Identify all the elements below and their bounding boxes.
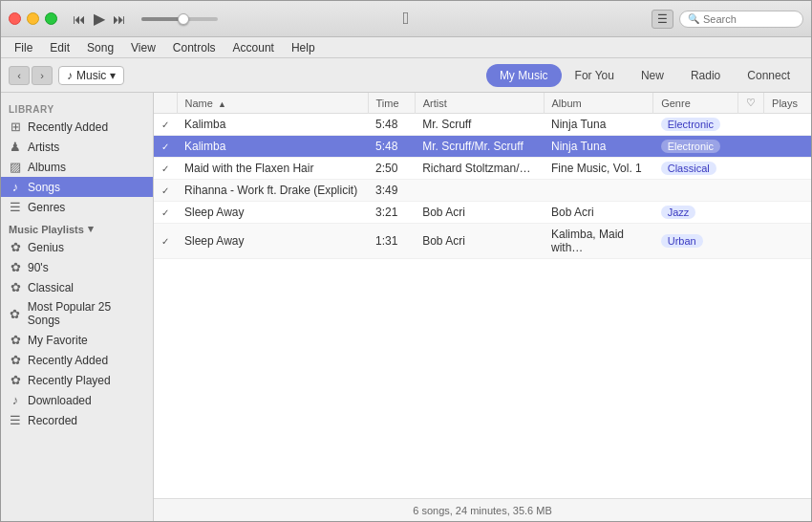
- menu-view[interactable]: View: [123, 39, 163, 56]
- playlist-90s[interactable]: ✿ 90's: [1, 257, 153, 277]
- sidebar-item-albums[interactable]: ▨ Albums: [1, 157, 153, 177]
- sidebar-item-label: Recently Added: [28, 120, 108, 134]
- playlist-genius[interactable]: ✿ Genius: [1, 237, 153, 257]
- time-cell: 2:50: [368, 158, 415, 180]
- table-row[interactable]: ✓ Kalimba 5:48 Mr. Scruff/Mr. Scruff Nin…: [154, 136, 811, 158]
- list-view-button[interactable]: ☰: [652, 10, 673, 29]
- table-row[interactable]: ✓ Kalimba 5:48 Mr. Scruff Ninja Tuna Ele…: [154, 114, 811, 136]
- sort-arrow-icon: ▲: [218, 99, 226, 109]
- table-row[interactable]: ✓ Rihanna - Work ft. Drake (Explicit) 3:…: [154, 180, 811, 202]
- checkmark-icon: ✓: [161, 163, 169, 174]
- downloaded-icon: ♪: [9, 393, 22, 407]
- col-plays[interactable]: Plays: [764, 93, 811, 114]
- col-time[interactable]: Time: [368, 93, 415, 114]
- playlist-my-favorite[interactable]: ✿ My Favorite: [1, 330, 153, 350]
- album-cell: Kalimba, Maid with…: [544, 224, 653, 259]
- menu-help[interactable]: Help: [284, 39, 323, 56]
- album-cell: [544, 180, 653, 202]
- close-button[interactable]: [9, 12, 21, 25]
- genre-badge: Urban: [661, 234, 703, 248]
- playlist-label: 90's: [28, 261, 49, 274]
- menu-edit[interactable]: Edit: [42, 39, 77, 56]
- checkmark-icon: ✓: [161, 120, 169, 130]
- heart-cell[interactable]: [738, 224, 764, 259]
- sidebar-item-label: Artists: [28, 141, 59, 154]
- playlist-recently-added[interactable]: ✿ Recently Added: [1, 350, 153, 370]
- plays-cell: [764, 136, 811, 158]
- col-album[interactable]: Album: [544, 93, 653, 114]
- name-cell: Rihanna - Work ft. Drake (Explicit): [177, 180, 368, 202]
- artist-cell: Mr. Scruff: [415, 114, 544, 136]
- tab-for-you[interactable]: For You: [562, 64, 628, 87]
- back-button[interactable]: ‹: [9, 66, 30, 85]
- checkmark-icon: ✓: [161, 141, 169, 152]
- playlist-label: Genius: [28, 241, 64, 254]
- tab-my-music[interactable]: My Music: [486, 64, 562, 87]
- search-box[interactable]: 🔍: [679, 11, 803, 28]
- playlist-most-popular[interactable]: ✿ Most Popular 25 Songs: [1, 297, 153, 330]
- menubar: File Edit Song View Controls Account Hel…: [1, 37, 811, 58]
- main-area: Name ▲ Time Artist Album Genre ♡ Plays: [154, 93, 811, 521]
- library-dropdown[interactable]: ♪ Music ▾: [58, 66, 124, 85]
- heart-cell[interactable]: [738, 180, 764, 202]
- playlist-recorded[interactable]: ☰ Recorded: [1, 410, 153, 430]
- col-genre[interactable]: Genre: [653, 93, 738, 114]
- sidebar-item-songs[interactable]: ♪ Songs: [1, 177, 153, 197]
- check-cell: ✓: [154, 202, 177, 224]
- minimize-button[interactable]: [27, 12, 39, 25]
- sidebar-item-genres[interactable]: ☰ Genres: [1, 197, 153, 217]
- song-table-scroll[interactable]: Name ▲ Time Artist Album Genre ♡ Plays: [154, 93, 811, 498]
- table-row[interactable]: ✓ Sleep Away 3:21 Bob Acri Bob Acri Jazz: [154, 202, 811, 224]
- prev-button[interactable]: ⏮: [71, 10, 88, 29]
- playlist-recently-played[interactable]: ✿ Recently Played: [1, 370, 153, 390]
- play-button[interactable]: ▶: [92, 8, 107, 30]
- pl-recently-added-icon: ✿: [9, 353, 22, 367]
- sidebar-item-recently-added[interactable]: ⊞ Recently Added: [1, 117, 153, 137]
- menu-account[interactable]: Account: [225, 39, 282, 56]
- heart-cell[interactable]: [738, 114, 764, 136]
- tab-radio[interactable]: Radio: [677, 64, 734, 87]
- col-heart[interactable]: ♡: [738, 93, 764, 114]
- dropdown-arrow-icon: ▾: [110, 69, 116, 82]
- table-row[interactable]: ✓ Maid with the Flaxen Hair 2:50 Richard…: [154, 158, 811, 180]
- volume-slider[interactable]: [141, 17, 218, 21]
- album-cell: Ninja Tuna: [544, 136, 653, 158]
- tab-new[interactable]: New: [628, 64, 677, 87]
- playlists-label: Music Playlists: [9, 224, 84, 235]
- tab-connect[interactable]: Connect: [734, 64, 803, 87]
- heart-cell[interactable]: [738, 136, 764, 158]
- sidebar: Library ⊞ Recently Added ♟ Artists ▨ Alb…: [1, 93, 154, 521]
- maximize-button[interactable]: [45, 12, 57, 25]
- col-check: [154, 93, 177, 114]
- check-cell: ✓: [154, 158, 177, 180]
- albums-icon: ▨: [9, 160, 22, 174]
- col-name[interactable]: Name ▲: [177, 93, 368, 114]
- menu-controls[interactable]: Controls: [165, 39, 224, 56]
- sidebar-item-label: Genres: [28, 201, 65, 214]
- table-row[interactable]: ✓ Sleep Away 1:31 Bob Acri Kalimba, Maid…: [154, 224, 811, 259]
- playlist-classical[interactable]: ✿ Classical: [1, 277, 153, 297]
- artist-cell: Richard Stoltzman/…: [415, 158, 544, 180]
- playlist-downloaded[interactable]: ♪ Downloaded: [1, 390, 153, 410]
- song-table: Name ▲ Time Artist Album Genre ♡ Plays: [154, 93, 811, 259]
- library-section-label: Library: [1, 98, 153, 117]
- name-cell: Kalimba: [177, 114, 368, 136]
- content-area: Library ⊞ Recently Added ♟ Artists ▨ Alb…: [1, 93, 811, 521]
- menu-file[interactable]: File: [7, 39, 40, 56]
- navbar: ‹ › ♪ Music ▾ My Music For You New Radio…: [1, 58, 811, 93]
- chevron-down-icon: ▾: [88, 223, 94, 235]
- status-text: 6 songs, 24 minutes, 35.6 MB: [413, 505, 552, 516]
- col-artist[interactable]: Artist: [415, 93, 544, 114]
- search-input[interactable]: [703, 13, 795, 25]
- album-cell: Bob Acri: [544, 202, 653, 224]
- forward-button[interactable]: ›: [32, 66, 53, 85]
- menu-song[interactable]: Song: [79, 39, 121, 56]
- search-icon: 🔍: [688, 13, 699, 24]
- playlists-section[interactable]: Music Playlists ▾: [1, 217, 153, 237]
- heart-cell[interactable]: [738, 158, 764, 180]
- sidebar-item-label: Songs: [28, 181, 60, 194]
- next-button[interactable]: ⏭: [111, 10, 128, 29]
- sidebar-item-artists[interactable]: ♟ Artists: [1, 137, 153, 157]
- heart-cell[interactable]: [738, 202, 764, 224]
- checkmark-icon: ✓: [161, 185, 169, 196]
